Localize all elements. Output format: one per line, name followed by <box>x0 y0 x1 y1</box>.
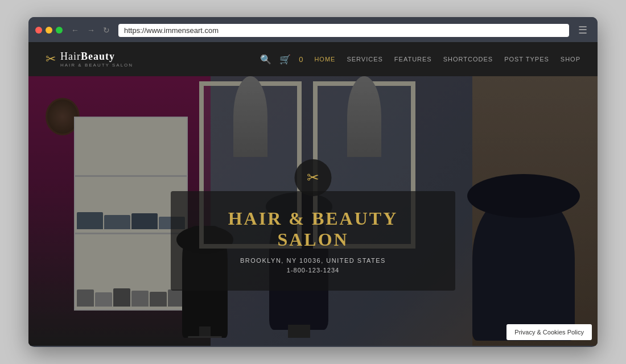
logo-subtitle: Hair & Beauty Salon <box>60 63 133 68</box>
browser-nav-buttons: ← → ↻ <box>68 24 113 36</box>
website-content: ✂ HairBeauty Hair & Beauty Salon 🔍 🛒 0 H… <box>28 42 598 346</box>
cookie-notice[interactable]: Privacy & Cookies Policy <box>506 324 592 340</box>
nav-links: HOME SERVICES FEATURES SHORTCODES POST T… <box>314 56 580 63</box>
nav-link-home[interactable]: HOME <box>314 56 335 63</box>
nav-link-shortcodes[interactable]: SHORTCODES <box>443 56 493 63</box>
nav-icons: 🔍 🛒 0 <box>260 54 303 65</box>
hero-phone: 1-800-123-1234 <box>205 267 421 274</box>
site-navigation: ✂ HairBeauty Hair & Beauty Salon 🔍 🛒 0 H… <box>28 42 598 76</box>
traffic-lights <box>35 27 63 34</box>
forward-button[interactable]: → <box>84 24 98 36</box>
hero-section: ✂ Hair & Beauty Salon Brooklyn, NY 10036… <box>28 76 598 346</box>
logo-title: HairBeauty <box>60 51 133 63</box>
cookie-notice-text: Privacy & Cookies Policy <box>514 329 584 336</box>
hero-title: Hair & Beauty Salon <box>205 208 421 250</box>
nav-link-features[interactable]: FEATURES <box>394 56 432 63</box>
nav-link-post-types[interactable]: POST TYPES <box>504 56 549 63</box>
traffic-light-green[interactable] <box>56 27 63 34</box>
nav-link-services[interactable]: SERVICES <box>347 56 382 63</box>
scissors-logo-icon: ✂ <box>46 52 56 67</box>
cart-count: 0 <box>299 55 303 64</box>
hero-text-block: Hair & Beauty Salon Brooklyn, NY 10036, … <box>171 191 455 291</box>
address-bar[interactable] <box>118 24 569 37</box>
back-button[interactable]: ← <box>68 24 82 36</box>
hero-address: Brooklyn, NY 10036, United States <box>205 257 421 264</box>
search-icon[interactable]: 🔍 <box>260 54 271 65</box>
browser-window: ← → ↻ ☰ ✂ HairBeauty Hair & Beauty Salon… <box>28 17 598 347</box>
browser-chrome: ← → ↻ ☰ <box>28 17 598 42</box>
site-logo: ✂ HairBeauty Hair & Beauty Salon <box>46 51 133 68</box>
nav-link-shop[interactable]: SHOP <box>561 56 580 63</box>
refresh-button[interactable]: ↻ <box>100 24 113 36</box>
browser-menu-button[interactable]: ☰ <box>575 23 591 38</box>
cart-icon[interactable]: 🛒 <box>279 54 291 65</box>
traffic-light-yellow[interactable] <box>46 27 52 34</box>
traffic-light-red[interactable] <box>35 27 42 34</box>
logo-text: HairBeauty Hair & Beauty Salon <box>60 51 133 68</box>
